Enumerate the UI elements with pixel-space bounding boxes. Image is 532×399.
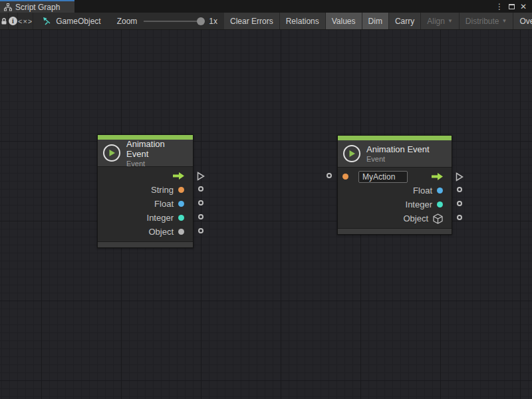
zoom-control: Zoom 1x — [117, 13, 217, 29]
graph-canvas[interactable]: Animation Event Event — [0, 30, 532, 399]
float-type-dot — [437, 188, 443, 194]
window-controls: ⋮ ✕ — [494, 0, 532, 13]
flow-arrow-icon — [173, 172, 184, 180]
object-type-dot — [178, 229, 184, 235]
node-header: Animation Event Event — [338, 140, 452, 167]
maximize-icon[interactable] — [506, 1, 517, 12]
code-view-button[interactable]: <×> — [18, 13, 33, 29]
align-dropdown[interactable]: Align ▼ — [421, 13, 460, 29]
node-title: Animation Event — [126, 139, 186, 159]
zoom-slider[interactable] — [144, 21, 203, 22]
graph-target[interactable]: GameObject — [37, 13, 106, 29]
flow-output-row — [98, 169, 193, 183]
object-output-port[interactable] — [198, 228, 203, 233]
integer-output-port[interactable] — [198, 214, 203, 219]
animation-event-node-left[interactable]: Animation Event Event — [97, 134, 194, 248]
zoom-slider-handle[interactable] — [197, 17, 205, 25]
float-type-dot — [178, 201, 184, 207]
float-output-port[interactable] — [198, 200, 203, 205]
lock-button[interactable] — [0, 13, 9, 29]
flow-output-port[interactable] — [456, 172, 464, 182]
script-graph-window: Script Graph ⋮ ✕ i <×> — [0, 0, 532, 399]
graph-icon — [4, 3, 12, 11]
node-subtitle: Event — [366, 155, 430, 163]
play-icon — [103, 144, 120, 162]
port-label: String — [151, 185, 174, 195]
node-title: Animation Event — [366, 144, 430, 154]
tab-script-graph[interactable]: Script Graph — [0, 0, 74, 13]
play-icon — [343, 145, 360, 162]
zoom-label: Zoom — [117, 17, 138, 26]
close-icon[interactable]: ✕ — [518, 1, 529, 12]
output-row: Object — [98, 225, 193, 239]
integer-type-dot — [437, 201, 443, 207]
clear-errors-button[interactable]: Clear Errors — [224, 13, 280, 29]
values-button[interactable]: Values — [326, 13, 362, 29]
port-label: Integer — [147, 213, 174, 223]
graph-target-label: GameObject — [56, 17, 100, 26]
dim-button[interactable]: Dim — [362, 13, 389, 29]
graph-toolbar: i <×> GameObject Zoom 1x Clear — [0, 13, 532, 30]
string-output-port[interactable] — [198, 186, 203, 192]
node-accent-bar — [338, 136, 452, 140]
distribute-dropdown[interactable]: Distribute ▼ — [460, 13, 514, 29]
lock-icon — [0, 17, 8, 25]
integer-type-dot — [178, 215, 184, 221]
output-row: Integer — [98, 211, 193, 225]
chevron-down-icon: ▼ — [502, 18, 507, 24]
integer-output-port[interactable] — [457, 201, 462, 206]
string-type-dot — [178, 187, 184, 193]
port-label: Float — [413, 186, 432, 196]
tab-title: Script Graph — [15, 3, 60, 12]
name-input-port[interactable] — [327, 173, 332, 178]
tab-bar: Script Graph ⋮ ✕ — [0, 0, 532, 13]
cube-icon — [433, 213, 443, 224]
node-footer — [98, 241, 193, 247]
overview-button[interactable]: Overview — [513, 13, 532, 29]
output-row: String — [98, 183, 193, 197]
flow-arrow-icon — [432, 173, 443, 180]
node-header: Animation Event Event — [98, 140, 193, 166]
string-input-pin — [342, 174, 348, 180]
output-row: Float — [338, 184, 452, 198]
info-icon: i — [9, 17, 17, 25]
port-label: Integer — [406, 200, 432, 209]
float-output-port[interactable] — [457, 187, 462, 192]
code-icon: <×> — [18, 17, 33, 25]
output-row: Object — [338, 211, 452, 225]
node-footer — [338, 228, 452, 234]
toolbar-buttons: Clear Errors Relations Values Dim Carry … — [224, 13, 532, 29]
output-row: Integer — [338, 198, 452, 211]
node-body: String Float Integer Object — [98, 166, 193, 241]
zoom-value: 1x — [209, 17, 217, 26]
info-button[interactable]: i — [9, 13, 18, 29]
node-body: Float Integer Object — [338, 167, 452, 228]
port-label: Object — [148, 227, 174, 237]
object-output-port[interactable] — [457, 215, 462, 220]
menu-icon[interactable]: ⋮ — [494, 1, 505, 12]
flow-output-row-with-name — [338, 170, 452, 184]
event-name-input[interactable] — [358, 171, 408, 183]
carry-button[interactable]: Carry — [389, 13, 421, 29]
output-row: Float — [98, 197, 193, 211]
chevron-down-icon: ▼ — [448, 18, 453, 24]
node-subtitle: Event — [126, 160, 186, 168]
port-label: Float — [154, 199, 174, 209]
relations-button[interactable]: Relations — [280, 13, 326, 29]
port-label: Object — [403, 213, 428, 223]
animation-event-node-right[interactable]: Animation Event Event — [337, 135, 452, 235]
flow-output-port[interactable] — [197, 172, 205, 181]
script-graph-asset-icon — [43, 17, 52, 25]
